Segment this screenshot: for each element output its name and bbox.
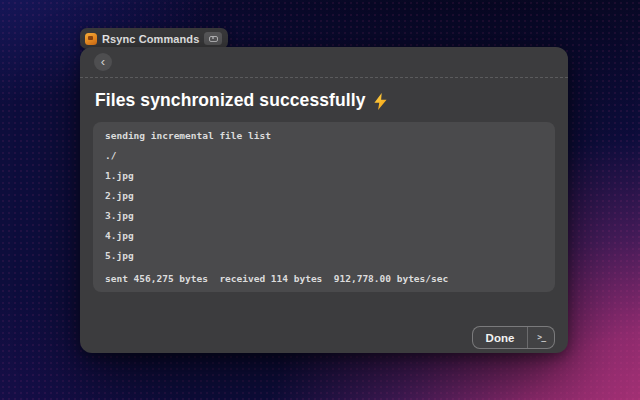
tab-title: Rsync Commands bbox=[102, 33, 199, 45]
terminal-line: 3.jpg bbox=[105, 211, 543, 221]
window-body: Files synchronized successfully sending … bbox=[80, 78, 568, 292]
desktop-background: Rsync Commands ‹ Files synchronized succ… bbox=[0, 0, 640, 400]
lightning-bolt-icon bbox=[373, 93, 388, 110]
terminal-line: 1.jpg bbox=[105, 171, 543, 181]
rsync-command-icon bbox=[85, 33, 97, 45]
terminal-line: sending incremental file list bbox=[105, 131, 543, 141]
window-header: ‹ bbox=[80, 47, 568, 78]
back-button[interactable]: ‹ bbox=[94, 53, 112, 71]
terminal-line: 5.jpg bbox=[105, 251, 543, 261]
page-title: Files synchronized successfully bbox=[95, 90, 553, 111]
terminal-line: 4.jpg bbox=[105, 231, 543, 241]
terminal-prompt-icon[interactable]: >_ bbox=[527, 327, 554, 348]
terminal-line: 2.jpg bbox=[105, 191, 543, 201]
terminal-line: ./ bbox=[105, 151, 543, 161]
done-button-label[interactable]: Done bbox=[473, 327, 528, 348]
done-button[interactable]: Done >_ bbox=[472, 326, 555, 349]
chevron-left-icon: ‹ bbox=[101, 55, 105, 68]
rsync-result-window: ‹ Files synchronized successfully sen bbox=[80, 47, 568, 353]
window-footer: Done >_ bbox=[472, 326, 555, 349]
terminal-summary-line: sent 456,275 bytes received 114 bytes 91… bbox=[105, 274, 543, 284]
camera-icon bbox=[204, 32, 222, 45]
result-title: Files synchronized successfully bbox=[95, 90, 366, 111]
terminal-output-block: sending incremental file list ./ 1.jpg 2… bbox=[93, 122, 555, 292]
window-tab-rsync-commands[interactable]: Rsync Commands bbox=[80, 28, 228, 49]
